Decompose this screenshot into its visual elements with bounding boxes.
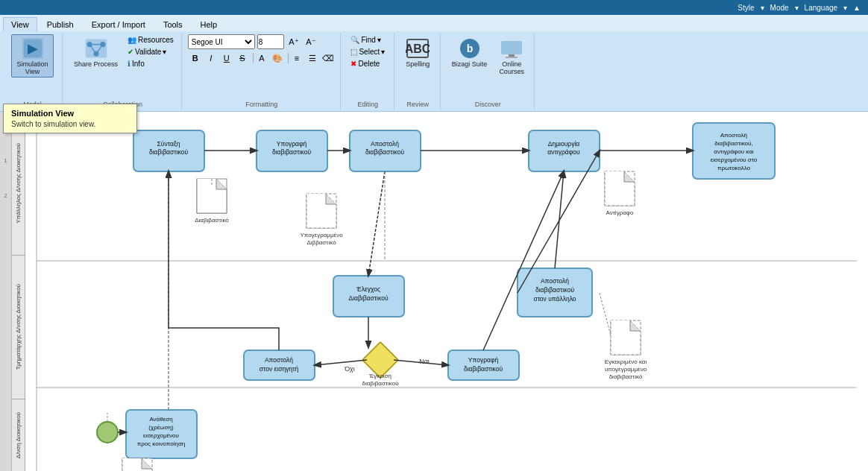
tab-help[interactable]: Help xyxy=(192,17,226,31)
tab-publish[interactable]: Publish xyxy=(39,17,82,31)
validate-dropdown-icon[interactable]: ▾ xyxy=(163,48,166,56)
swimlane-container: Υπάλληλος Δ/νσης Διοικητικού Τμηματάρχης… xyxy=(12,112,868,471)
editing-group-items: 🔍 Find ▾ ⬚ Select ▾ ✖ Delete xyxy=(347,34,388,99)
discover-group-items: b Bizagi Suite OnlineCourses xyxy=(447,34,529,99)
svg-text:Ναι: Ναι xyxy=(419,358,430,365)
section-label-3: Δ/νση Διοικητικού xyxy=(13,411,23,460)
svg-text:διαβιβαστικού,: διαβιβαστικού, xyxy=(714,140,752,147)
validate-button[interactable]: ✔ Validate ▾ xyxy=(125,46,177,57)
bold-button[interactable]: B xyxy=(188,51,203,66)
share-process-label: Share Process xyxy=(74,60,118,68)
review-group-label: Review xyxy=(407,99,430,108)
strikethrough-button[interactable]: S xyxy=(235,51,250,66)
group-model: ▶ SimulationView Model Simulation View S… xyxy=(3,33,63,110)
formatting-group-label: Formatting xyxy=(245,99,277,108)
font-select[interactable]: Segoe UI xyxy=(188,34,255,49)
find-dropdown-icon[interactable]: ▾ xyxy=(377,36,381,44)
share-process-button[interactable]: Share Process xyxy=(69,34,123,70)
collab-small-buttons: 👥 Resources ✔ Validate ▾ ℹ Info xyxy=(125,34,177,69)
svg-text:Εγκεκριμένο και: Εγκεκριμένο και xyxy=(605,358,647,365)
online-courses-icon xyxy=(500,37,523,60)
model-group-items: ▶ SimulationView xyxy=(11,34,53,99)
spelling-button[interactable]: ABC Spelling xyxy=(400,34,435,70)
svg-text:Υπογραφή: Υπογραφή xyxy=(277,140,307,148)
style-label[interactable]: Style xyxy=(738,4,754,12)
share-process-icon xyxy=(84,37,108,60)
spelling-icon: ABC xyxy=(406,37,430,60)
svg-text:διαβιβαστικού: διαβιβαστικού xyxy=(362,380,398,387)
decrease-font-button[interactable]: A⁻ xyxy=(304,34,318,49)
svg-text:Διαβιβαστικού: Διαβιβαστικού xyxy=(348,294,388,302)
language-label[interactable]: Language xyxy=(805,4,838,12)
svg-text:αντιγράφου και: αντιγράφου και xyxy=(714,148,754,155)
svg-text:Διαβιβαστικό: Διαβιβαστικό xyxy=(195,217,229,224)
delete-button[interactable]: ✖ Delete xyxy=(347,58,383,69)
svg-rect-14 xyxy=(501,41,522,54)
simulation-view-button[interactable]: ▶ SimulationView xyxy=(11,34,53,78)
online-courses-button[interactable]: OnlineCourses xyxy=(494,34,529,78)
select-icon: ⬚ xyxy=(350,48,357,56)
canvas-area: 1 2 Υπάλληλος Δ/νσης Διοικητικού Τμηματά… xyxy=(0,112,868,471)
resources-icon: 👥 xyxy=(128,36,136,44)
find-button[interactable]: 🔍 Find ▾ xyxy=(347,34,383,45)
svg-text:Υπογεγραμμένο: Υπογεγραμμένο xyxy=(300,232,343,238)
tab-tools[interactable]: Tools xyxy=(155,17,191,31)
svg-text:(χρέωση): (χρέωση) xyxy=(148,424,174,431)
bizagi-suite-label: Bizagi Suite xyxy=(452,60,488,68)
svg-line-69 xyxy=(600,293,611,335)
fill-color-button[interactable]: 🎨 xyxy=(270,51,285,66)
svg-text:b: b xyxy=(466,42,473,54)
font-size-input[interactable] xyxy=(257,34,284,49)
collapse-icon[interactable]: ▲ xyxy=(853,4,861,12)
process-canvas: Σύνταξη διαβιβαστικού Υπογραφή διαβιβαστ… xyxy=(25,112,868,471)
svg-text:▶: ▶ xyxy=(28,41,38,56)
ribbon-body: ▶ SimulationView Model Simulation View S… xyxy=(0,31,868,111)
font-color-button[interactable]: A xyxy=(254,51,269,66)
section-label-1: Υπάλληλος Δ/νσης Διοικητικού xyxy=(13,142,23,225)
align-center-button[interactable]: ☰ xyxy=(305,51,320,66)
group-formatting: Segoe UI A⁺ A⁻ B I U S A 🎨 ≡ ☰ xyxy=(183,33,341,110)
svg-text:διαβιβαστικό: διαβιβαστικό xyxy=(609,373,643,380)
mode-label[interactable]: Mode xyxy=(770,4,789,12)
select-button[interactable]: ⬚ Select ▾ xyxy=(347,46,388,57)
info-button[interactable]: ℹ Info xyxy=(125,58,177,69)
svg-text:εισερχομένου: εισερχομένου xyxy=(143,432,179,439)
svg-text:Αποστολή: Αποστολή xyxy=(371,140,399,148)
svg-text:υπογεγραμμένο: υπογεγραμμένο xyxy=(605,366,647,373)
style-dropdown-icon[interactable]: ▾ xyxy=(761,4,764,12)
svg-text:ABC: ABC xyxy=(406,42,430,55)
svg-rect-16 xyxy=(506,57,518,58)
svg-text:Δημιουργία: Δημιουργία xyxy=(548,140,580,148)
group-collaboration: Share Process 👥 Resources ✔ Validate ▾ ℹ… xyxy=(64,33,182,110)
bizagi-suite-button[interactable]: b Bizagi Suite xyxy=(447,34,493,70)
svg-text:προς κοινοποίηση: προς κοινοποίηση xyxy=(137,440,186,447)
svg-text:διαβιβαστικού: διαβιβαστικού xyxy=(464,365,503,373)
tab-export-import[interactable]: Export / Import xyxy=(84,17,154,31)
svg-text:εισερχομένου στο: εισερχομένου στο xyxy=(711,157,758,163)
svg-text:Έγκριση: Έγκριση xyxy=(368,373,391,379)
info-icon: ℹ xyxy=(128,60,130,68)
select-dropdown-icon[interactable]: ▾ xyxy=(381,48,385,56)
align-left-button[interactable]: ≡ xyxy=(289,51,304,66)
mode-dropdown-icon[interactable]: ▾ xyxy=(795,4,799,12)
tooltip-desc: Switch to simulation view. xyxy=(11,120,129,128)
spelling-label: Spelling xyxy=(406,60,430,68)
doc-signed: Υπογεγραμμένο Διββαστικό xyxy=(300,194,343,246)
ribbon: View Publish Export / Import Tools Help … xyxy=(0,15,868,112)
italic-button[interactable]: I xyxy=(204,51,218,66)
tab-view[interactable]: View xyxy=(3,17,37,31)
increase-font-button[interactable]: A⁺ xyxy=(286,34,301,49)
clear-format-button[interactable]: ⌫ xyxy=(321,51,336,66)
doc-enimerotiko: Ενημερωτικό Εισερχόμενο xyxy=(120,458,154,471)
group-editing: 🔍 Find ▾ ⬚ Select ▾ ✖ Delete Editing xyxy=(342,33,394,110)
formatting-group-items: Segoe UI A⁺ A⁻ B I U S A 🎨 ≡ ☰ xyxy=(188,34,336,99)
svg-text:Αποστολή: Αποστολή xyxy=(265,356,293,364)
svg-text:στον υπάλληλο: στον υπάλληλο xyxy=(533,295,576,303)
resources-button[interactable]: 👥 Resources xyxy=(125,34,177,45)
editing-group-label: Editing xyxy=(358,99,379,108)
underline-button[interactable]: U xyxy=(219,51,234,66)
svg-text:Αποστολή: Αποστολή xyxy=(541,277,569,285)
section-label-2: Τμηματάρχης Δ/νσης Διοικητικού xyxy=(13,282,23,371)
language-dropdown-icon[interactable]: ▾ xyxy=(843,4,847,12)
start-event[interactable] xyxy=(97,422,118,443)
